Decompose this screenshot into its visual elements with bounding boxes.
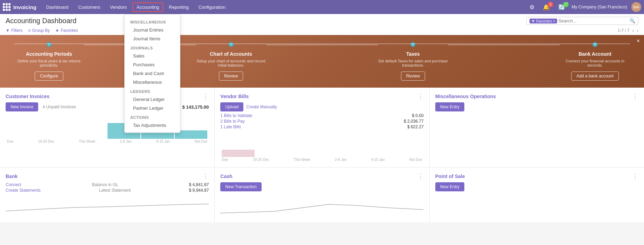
- hero-step-4-btn[interactable]: Add a bank account: [571, 72, 619, 81]
- filters-label: Filters: [11, 28, 23, 33]
- customer-invoices-chart-labels: Due 19-25 Dec This Week 2-8 Jan 9-15 Jan…: [6, 139, 209, 143]
- step-dot-4: [593, 42, 597, 47]
- notifications-badge: 5: [548, 2, 553, 7]
- nav-vendors[interactable]: Vendors: [106, 2, 131, 12]
- vendor-bills-card: Vendor Bills ⋮ Upload Create Manually 1 …: [215, 88, 429, 167]
- step-dot-3: [410, 42, 415, 47]
- pos-card: Point of Sale ⋮ New Entry: [430, 168, 644, 222]
- dropdown-partner-ledger[interactable]: Partner Ledger: [125, 104, 180, 113]
- nav-dashboard[interactable]: Dashboard: [42, 2, 73, 12]
- cash-title: Cash: [220, 173, 232, 179]
- vendor-bills-title: Vendor Bills: [220, 94, 249, 99]
- step-dot-2: [229, 42, 234, 47]
- cash-menu[interactable]: ⋮: [417, 173, 424, 179]
- banner-close-button[interactable]: ×: [637, 38, 640, 44]
- accounting-dropdown: Miscellaneous Journal Entries Journal It…: [124, 14, 180, 133]
- hero-step-2-btn[interactable]: Review: [219, 72, 243, 81]
- pos-menu[interactable]: ⋮: [632, 173, 638, 179]
- search-icon[interactable]: 🔍: [630, 18, 635, 23]
- search-area: ▼ Favorites × 🔍: [526, 17, 638, 25]
- dropdown-general-ledger[interactable]: General Ledger: [125, 95, 180, 104]
- app-name: Invoicing: [13, 4, 36, 10]
- dropdown-purchases[interactable]: Purchases: [125, 60, 180, 69]
- new-transaction-button[interactable]: New Transaction: [220, 182, 261, 191]
- dropdown-section-journals: Journals: [125, 43, 180, 52]
- latest-statement-label: Latest Statement: [99, 188, 131, 193]
- dropdown-tax-adjustments[interactable]: Tax Adjustments: [125, 121, 180, 130]
- filter-row: ▼ Filters ≡ Group By ★ Favorites 1-7 / 7…: [0, 26, 644, 35]
- filter-icon: ▼: [531, 19, 535, 23]
- create-statements-link[interactable]: Create Statements: [6, 188, 41, 193]
- misc-new-entry-button[interactable]: New Entry: [435, 102, 464, 111]
- grid-icon: [3, 3, 11, 11]
- bank-info: Connect Balance in GL $ 4,841.87 Create …: [6, 182, 209, 193]
- bank-card: Bank ⋮ Connect Balance in GL $ 4,841.87 …: [0, 168, 214, 222]
- favorites-button[interactable]: ★ Favorites: [55, 28, 78, 33]
- user-avatar[interactable]: MA: [631, 2, 641, 12]
- misc-operations-menu[interactable]: ⋮: [632, 93, 638, 100]
- customer-invoices-menu[interactable]: ⋮: [202, 93, 209, 100]
- step-dot-1: [47, 42, 51, 47]
- bills-to-pay-amount: $ 2,036.77: [404, 119, 424, 124]
- notifications-icon[interactable]: 🔔 5: [541, 3, 552, 11]
- nav-accounting[interactable]: Accounting: [132, 2, 163, 12]
- filter-tag-label: Favorites: [536, 19, 552, 23]
- filters-button[interactable]: ▼ Filters: [6, 28, 23, 33]
- customer-invoices-card: Customer Invoices ⋮ New Invoice 4 Unpaid…: [0, 88, 214, 167]
- star-icon: ★: [55, 28, 59, 33]
- dropdown-section-actions: Actions: [125, 113, 180, 121]
- pagination-next[interactable]: ›: [637, 28, 638, 33]
- dropdown-section-misc: Miscellaneous: [125, 17, 180, 26]
- hero-step-1-desc: Define your fiscal years & tax returns p…: [14, 59, 84, 67]
- group-by-button[interactable]: ≡ Group By: [28, 28, 50, 33]
- bank-connect-link[interactable]: Connect: [6, 182, 21, 187]
- filter-close-icon[interactable]: ×: [553, 19, 555, 23]
- hero-step-1-btn[interactable]: Configure: [35, 72, 63, 81]
- unpaid-invoices-amount: $ 143,175.00: [182, 104, 209, 110]
- bank-menu[interactable]: ⋮: [202, 173, 209, 179]
- vendor-chart-bar-1: [222, 150, 255, 157]
- dropdown-journal-entries[interactable]: Journal Entries: [125, 26, 180, 34]
- bank-chart: [6, 197, 209, 215]
- customer-invoices-title: Customer Invoices: [6, 94, 49, 99]
- bills-to-validate-link[interactable]: 1 Bills to Validate: [220, 113, 252, 118]
- favorites-filter-tag[interactable]: ▼ Favorites ×: [529, 19, 557, 23]
- hero-step-4-title: Bank Account: [579, 51, 611, 57]
- hero-step-3-btn[interactable]: Review: [401, 72, 425, 81]
- dropdown-sales[interactable]: Sales: [125, 52, 180, 60]
- bills-to-pay-link[interactable]: 2 Bills to Pay: [220, 119, 244, 124]
- nav-reporting[interactable]: Reporting: [165, 2, 193, 12]
- top-navigation: Invoicing Dashboard Customers Vendors Ac…: [0, 0, 644, 14]
- hero-step-3-desc: Set default Taxes for sales and purchase…: [378, 59, 448, 67]
- list-icon: ≡: [28, 28, 31, 33]
- nav-configuration[interactable]: Configuration: [194, 2, 230, 12]
- updates-icon[interactable]: 🔄 17: [556, 3, 567, 11]
- create-manually-link[interactable]: Create Manually: [246, 104, 277, 109]
- hero-step-4-desc: Connect your financial accounts in secon…: [560, 59, 630, 67]
- dropdown-journal-items[interactable]: Journal Items: [125, 34, 180, 43]
- pos-title: Point of Sale: [435, 173, 465, 179]
- upload-button[interactable]: Upload: [220, 102, 243, 111]
- nav-menu: Dashboard Customers Vendors Accounting R…: [42, 2, 527, 12]
- vendor-bills-menu[interactable]: ⋮: [417, 93, 424, 100]
- pagination-prev[interactable]: ‹: [632, 28, 634, 33]
- dropdown-bank-cash[interactable]: Bank and Cash: [125, 69, 180, 78]
- search-input[interactable]: [559, 18, 628, 23]
- app-logo[interactable]: Invoicing: [3, 3, 36, 11]
- vendor-bills-chart-labels: Due 19-25 Dec This Week 2-8 Jan 9-15 Jan…: [220, 158, 423, 162]
- company-info[interactable]: My Company (San Francisco): [572, 5, 627, 9]
- cash-chart: [220, 196, 423, 217]
- hero-step-1: Accounting Periods Define your fiscal ye…: [14, 42, 84, 81]
- filter-arrow-icon: ▼: [6, 28, 10, 33]
- pos-new-entry-button[interactable]: New Entry: [435, 182, 464, 191]
- dropdown-miscellaneous[interactable]: Miscellaneous: [125, 78, 180, 87]
- nav-customers[interactable]: Customers: [74, 2, 104, 12]
- new-invoice-button[interactable]: New Invoice: [6, 102, 38, 111]
- settings-icon[interactable]: ⚙: [527, 3, 536, 11]
- updates-badge: 17: [563, 2, 569, 7]
- group-by-label: Group By: [32, 28, 50, 33]
- hero-banner: × Accounting Periods Define your fiscal …: [0, 35, 644, 88]
- late-bills-link[interactable]: 1 Late Bills: [220, 124, 241, 129]
- hero-step-2-desc: Setup your chart of accounts and record …: [196, 59, 266, 67]
- hero-step-1-title: Accounting Periods: [26, 51, 72, 57]
